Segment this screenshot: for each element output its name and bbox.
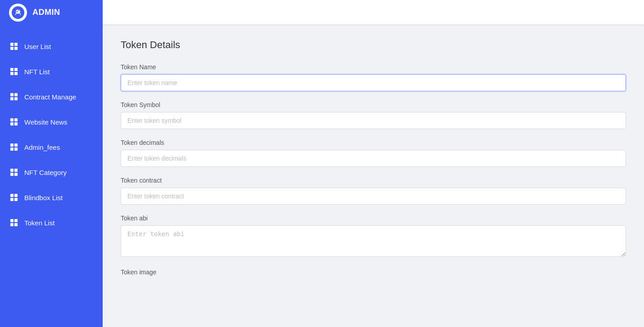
sidebar-label-user-list: User List xyxy=(24,43,51,50)
svg-point-2 xyxy=(17,11,18,12)
label-token-decimals: Token decimals xyxy=(121,139,626,146)
sidebar-label-blindbox-list: Blindbox List xyxy=(24,194,63,202)
sidebar-header: ADMIN xyxy=(0,0,103,25)
sidebar-title: ADMIN xyxy=(32,8,60,17)
grid-icon-nft-category xyxy=(9,167,19,177)
grid-icon-contract-manage xyxy=(9,92,19,102)
sidebar-label-admin-fees: Admin_fees xyxy=(24,143,60,151)
sidebar: ADMIN User ListNFT ListContract ManageWe… xyxy=(0,0,103,327)
sidebar-label-nft-list: NFT List xyxy=(24,68,50,76)
label-token-contract: Token contract xyxy=(121,177,626,184)
textarea-token-abi[interactable] xyxy=(121,225,626,257)
grid-icon-admin-fees xyxy=(9,142,19,152)
input-token-decimals[interactable] xyxy=(121,150,626,167)
label-token-symbol: Token Symbol xyxy=(121,101,626,108)
input-token-symbol[interactable] xyxy=(121,112,626,129)
sidebar-item-nft-category[interactable]: NFT Category xyxy=(0,160,103,185)
token-form: Token NameToken SymbolToken decimalsToke… xyxy=(121,63,626,276)
admin-logo xyxy=(9,4,27,22)
form-group-token-name: Token Name xyxy=(121,63,626,91)
main-content: Token Details Token NameToken SymbolToke… xyxy=(103,0,644,327)
input-token-contract[interactable] xyxy=(121,188,626,205)
top-bar xyxy=(103,0,644,25)
form-group-token-contract: Token contract xyxy=(121,177,626,205)
label-token-abi: Token abi xyxy=(121,215,626,222)
input-token-name[interactable] xyxy=(121,74,626,91)
form-group-token-decimals: Token decimals xyxy=(121,139,626,167)
form-group-token-image: Token image xyxy=(121,269,626,276)
form-group-token-abi: Token abi xyxy=(121,215,626,259)
sidebar-label-token-list: Token List xyxy=(24,219,55,227)
sidebar-item-blindbox-list[interactable]: Blindbox List xyxy=(0,185,103,210)
label-token-image: Token image xyxy=(121,269,626,276)
page-title: Token Details xyxy=(121,39,626,51)
grid-icon-user-list xyxy=(9,41,19,51)
sidebar-item-nft-list[interactable]: NFT List xyxy=(0,59,103,84)
sidebar-item-token-list[interactable]: Token List xyxy=(0,210,103,235)
sidebar-nav: User ListNFT ListContract ManageWebsite … xyxy=(0,25,103,327)
sidebar-label-nft-category: NFT Category xyxy=(24,169,67,176)
sidebar-item-user-list[interactable]: User List xyxy=(0,34,103,59)
content-area: Token Details Token NameToken SymbolToke… xyxy=(103,25,644,327)
grid-icon-nft-list xyxy=(9,67,19,76)
sidebar-item-website-news[interactable]: Website News xyxy=(0,109,103,134)
sidebar-item-contract-manage[interactable]: Contract Manage xyxy=(0,84,103,109)
grid-icon-website-news xyxy=(9,117,19,127)
grid-icon-blindbox-list xyxy=(9,193,19,202)
sidebar-label-website-news: Website News xyxy=(24,118,68,126)
form-group-token-symbol: Token Symbol xyxy=(121,101,626,129)
sidebar-label-contract-manage: Contract Manage xyxy=(24,93,76,101)
label-token-name: Token Name xyxy=(121,63,626,71)
grid-icon-token-list xyxy=(9,218,19,228)
sidebar-item-admin-fees[interactable]: Admin_fees xyxy=(0,134,103,160)
